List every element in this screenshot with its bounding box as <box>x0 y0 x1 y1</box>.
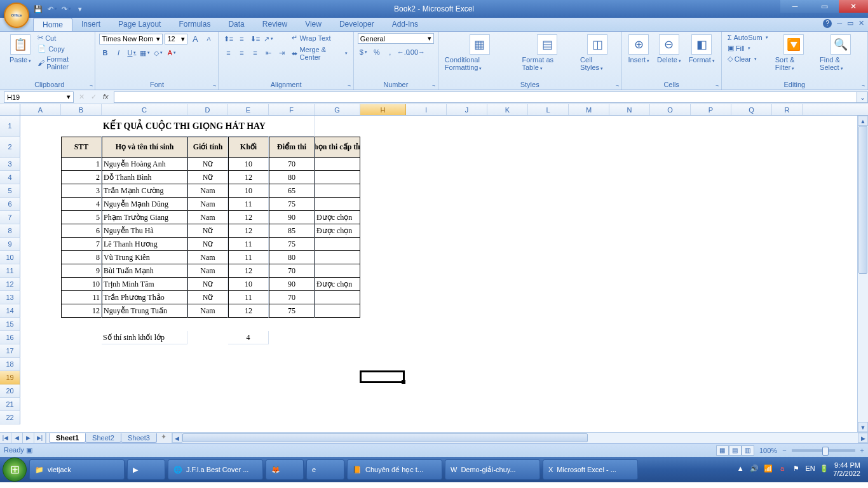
tray-network-icon[interactable]: 📶 <box>763 464 773 475</box>
italic-button[interactable]: I <box>112 47 124 58</box>
cell-D12[interactable]: Nữ <box>187 278 228 291</box>
tray-drive-icon[interactable]: ▲ <box>735 464 745 475</box>
cell-C5[interactable]: Trần Mạnh Cường <box>102 184 187 198</box>
row-header-17[interactable]: 17 <box>0 344 20 358</box>
cell-G14[interactable] <box>315 304 360 318</box>
cell-B6[interactable]: 4 <box>61 198 102 211</box>
cell-E16[interactable]: 4 <box>228 331 269 344</box>
row-header-14[interactable]: 14 <box>0 304 20 318</box>
fill-button[interactable]: ▣Fill <box>726 43 770 53</box>
last-sheet-button[interactable]: ▶| <box>34 433 46 443</box>
row-header-7[interactable]: 7 <box>0 211 20 224</box>
word-task-button[interactable]: WDemo-giải-chuy... <box>445 459 540 480</box>
cell-B8[interactable]: 6 <box>61 224 102 238</box>
row-header-1[interactable]: 1 <box>0 116 20 137</box>
column-header-G[interactable]: G <box>315 104 360 115</box>
cell-G13[interactable] <box>315 291 360 304</box>
sheet-tab-sheet1[interactable]: Sheet1 <box>49 433 86 443</box>
column-header-Q[interactable]: Q <box>731 104 772 115</box>
cell-G8[interactable]: Được chọn <box>315 224 360 238</box>
cell-B14[interactable]: 12 <box>61 304 102 318</box>
cell-C9[interactable]: Lê Thanh Hương <box>102 238 187 251</box>
column-header-F[interactable]: F <box>269 104 315 115</box>
cell-C11[interactable]: Bùi Tuấn Mạnh <box>102 264 187 278</box>
cell-B12[interactable]: 10 <box>61 278 102 291</box>
row-header-5[interactable]: 5 <box>0 184 20 198</box>
row-header-9[interactable]: 9 <box>0 238 20 251</box>
row-header-12[interactable]: 12 <box>0 278 20 291</box>
enter-formula-icon[interactable]: ✓ <box>91 93 97 101</box>
font-size-combo[interactable]: 12▾ <box>165 34 187 44</box>
cell-B4[interactable]: 2 <box>61 171 102 184</box>
cell-D2[interactable]: Giới tính <box>187 137 228 158</box>
scroll-right-button[interactable]: ▶ <box>858 433 868 443</box>
border-button[interactable]: ▦ <box>139 47 151 58</box>
first-sheet-button[interactable]: |◀ <box>0 433 11 443</box>
grow-font-button[interactable]: A <box>189 33 201 44</box>
row-header-15[interactable]: 15 <box>0 318 20 331</box>
cut-button[interactable]: ✂Cut <box>36 33 91 43</box>
scroll-down-button[interactable]: ▼ <box>858 422 868 432</box>
cell-B9[interactable]: 7 <box>61 238 102 251</box>
cell-D8[interactable]: Nữ <box>187 224 228 238</box>
cell-C4[interactable]: Đỗ Thanh Bình <box>102 171 187 184</box>
tab-page-layout[interactable]: Page Layout <box>109 18 170 31</box>
tray-volume-icon[interactable]: 🔊 <box>749 464 759 475</box>
restore-window-icon[interactable]: ▭ <box>847 19 853 28</box>
increase-decimal-button[interactable]: ←.0 <box>398 46 409 58</box>
column-header-J[interactable]: J <box>447 104 487 115</box>
expand-formula-icon[interactable]: ⌄ <box>857 92 868 103</box>
underline-button[interactable]: U <box>126 47 137 58</box>
tray-battery-icon[interactable]: 🔋 <box>819 464 829 475</box>
format-painter-button[interactable]: 🖌Format Painter <box>36 55 91 71</box>
cell-styles-button[interactable]: ◫Cell Styles <box>578 33 617 72</box>
column-header-L[interactable]: L <box>528 104 569 115</box>
cell-D4[interactable]: Nữ <box>187 171 228 184</box>
hscroll-thumb[interactable] <box>182 433 588 442</box>
zoom-level[interactable]: 100% <box>759 447 777 454</box>
font-color-button[interactable]: A <box>166 47 177 58</box>
currency-button[interactable]: $ <box>358 46 369 58</box>
cell-C8[interactable]: Nguyễn Thu Hà <box>102 224 187 238</box>
cell-D7[interactable]: Nam <box>187 211 228 224</box>
tray-lang-icon[interactable]: EN <box>805 464 815 475</box>
cell-F7[interactable]: 90 <box>269 211 315 224</box>
sheet-tab-sheet3[interactable]: Sheet3 <box>121 433 157 443</box>
cell-D14[interactable]: Nam <box>187 304 228 318</box>
column-header-E[interactable]: E <box>228 104 269 115</box>
new-sheet-button[interactable]: ✦ <box>156 433 172 443</box>
sort-filter-button[interactable]: 🔽Sort & Filter <box>773 33 815 72</box>
scroll-left-button[interactable]: ◀ <box>172 433 182 443</box>
cell-F6[interactable]: 75 <box>269 198 315 211</box>
cell-G7[interactable]: Được chọn <box>315 211 360 224</box>
name-box[interactable]: H19▾ <box>4 92 74 103</box>
cell-D5[interactable]: Nam <box>187 184 228 198</box>
save-icon[interactable]: 💾 <box>33 4 43 14</box>
cell-C1[interactable]: KẾT QUẢ CUỘC THI GIỌNG HÁT HAY <box>102 116 315 137</box>
cell-C13[interactable]: Trần Phương Thảo <box>102 291 187 304</box>
start-button[interactable] <box>3 458 27 482</box>
cell-F13[interactable]: 70 <box>269 291 315 304</box>
scroll-up-button[interactable]: ▲ <box>858 116 868 126</box>
autosum-button[interactable]: ΣAutoSum <box>726 33 770 42</box>
cell-E14[interactable]: 12 <box>228 304 269 318</box>
column-header-A[interactable]: A <box>20 104 61 115</box>
next-sheet-button[interactable]: ▶ <box>23 433 34 443</box>
cell-D6[interactable]: Nam <box>187 198 228 211</box>
cell-C10[interactable]: Vũ Trung Kiên <box>102 251 187 264</box>
cell-E13[interactable]: 11 <box>228 291 269 304</box>
close-button[interactable]: ✕ <box>839 0 868 13</box>
column-header-B[interactable]: B <box>61 104 102 115</box>
cell-D13[interactable]: Nữ <box>187 291 228 304</box>
zoom-out-button[interactable]: − <box>782 447 786 454</box>
delete-cells-button[interactable]: ⊖Delete <box>654 33 684 65</box>
cell-F5[interactable]: 65 <box>269 184 315 198</box>
firefox-task-button[interactable]: 🦊 <box>266 459 304 480</box>
column-header-M[interactable]: M <box>569 104 609 115</box>
cell-F2[interactable]: Điểm thi <box>269 137 315 158</box>
cell-F12[interactable]: 90 <box>269 278 315 291</box>
cell-F8[interactable]: 85 <box>269 224 315 238</box>
redo-icon[interactable]: ↷ <box>61 4 71 14</box>
cell-E11[interactable]: 12 <box>228 264 269 278</box>
cell-G5[interactable] <box>315 184 360 198</box>
